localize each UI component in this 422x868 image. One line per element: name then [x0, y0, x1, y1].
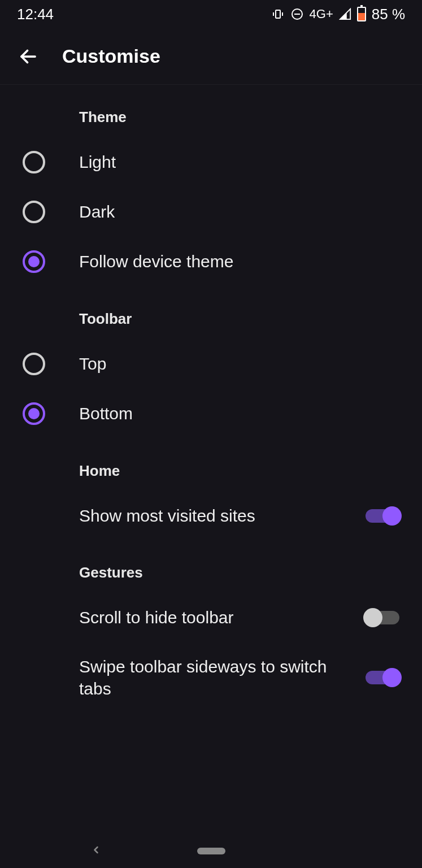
scroll-hide-toolbar-row[interactable]: Scroll to hide toolbar — [0, 593, 422, 642]
signal-icon — [339, 8, 351, 20]
theme-section-header: Theme — [0, 102, 422, 133]
radio-label: Dark — [79, 202, 115, 222]
system-nav-bar — [0, 834, 422, 868]
toolbar-option-bottom[interactable]: Bottom — [0, 389, 422, 439]
theme-section: Theme Light Dark Follow device theme — [0, 102, 422, 287]
do-not-disturb-icon — [290, 7, 304, 21]
switch-label: Scroll to hide toolbar — [79, 606, 234, 628]
network-type: 4G+ — [310, 7, 333, 21]
switch-label: Show most visited sites — [79, 505, 255, 527]
home-section-header: Home — [0, 455, 422, 487]
radio-label: Light — [79, 153, 116, 172]
toggle-switch-on — [366, 671, 399, 684]
switch-label: Swipe toolbar sideways to switch tabs — [79, 656, 345, 700]
settings-content: Theme Light Dark Follow device theme Too… — [0, 85, 422, 713]
swipe-switch-tabs-row[interactable]: Swipe toolbar sideways to switch tabs — [0, 642, 422, 713]
nav-back-icon[interactable] — [90, 844, 102, 858]
arrow-left-icon — [18, 46, 38, 67]
app-bar: Customise — [0, 28, 422, 85]
radio-label: Bottom — [79, 404, 133, 423]
status-bar: 12:44 4G+ 85 % — [0, 0, 422, 28]
nav-home-handle[interactable] — [197, 848, 225, 854]
status-time: 12:44 — [17, 6, 54, 23]
radio-icon — [23, 151, 45, 173]
theme-option-light[interactable]: Light — [0, 137, 422, 187]
radio-icon-selected — [23, 402, 45, 425]
show-most-visited-row[interactable]: Show most visited sites — [0, 491, 422, 540]
radio-icon — [23, 201, 45, 223]
radio-icon-selected — [23, 250, 45, 273]
svg-rect-0 — [276, 10, 280, 18]
battery-icon — [357, 7, 366, 21]
back-button[interactable] — [17, 45, 40, 68]
radio-label: Follow device theme — [79, 252, 233, 271]
toggle-switch-on — [366, 509, 399, 523]
page-title: Customise — [62, 45, 160, 67]
gestures-section-header: Gestures — [0, 557, 422, 588]
theme-option-dark[interactable]: Dark — [0, 187, 422, 237]
status-indicators: 4G+ 85 % — [271, 6, 405, 23]
vibrate-icon — [271, 7, 285, 21]
theme-option-follow-device[interactable]: Follow device theme — [0, 237, 422, 287]
battery-percent: 85 % — [372, 6, 405, 23]
toolbar-section: Toolbar Top Bottom — [0, 303, 422, 439]
gestures-section: Gestures Scroll to hide toolbar Swipe to… — [0, 557, 422, 713]
toolbar-option-top[interactable]: Top — [0, 339, 422, 389]
radio-label: Top — [79, 354, 106, 374]
home-section: Home Show most visited sites — [0, 455, 422, 540]
radio-icon — [23, 353, 45, 375]
toolbar-section-header: Toolbar — [0, 303, 422, 335]
toggle-switch-off — [366, 611, 399, 624]
